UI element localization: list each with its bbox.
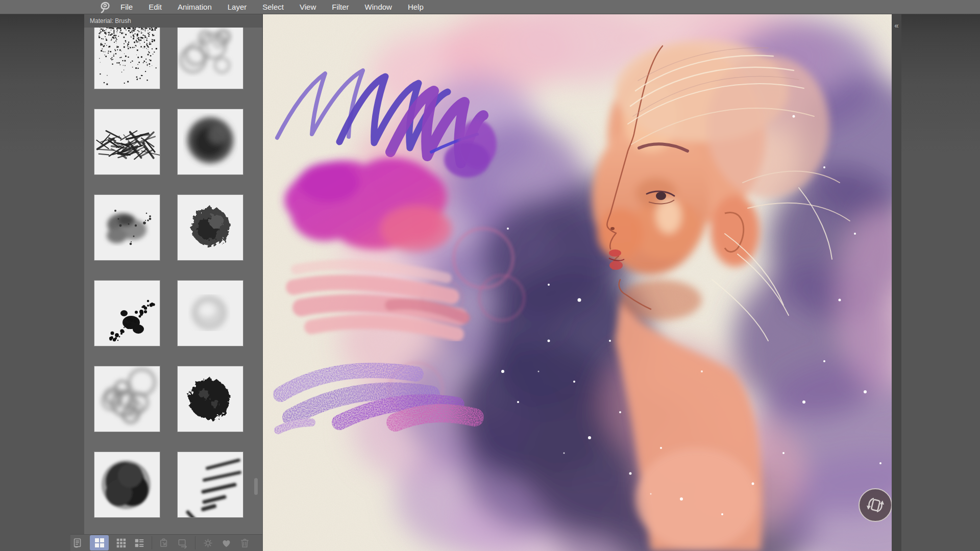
grid-large-icon[interactable]	[90, 535, 109, 550]
export-material-icon[interactable]	[177, 537, 189, 549]
menu-items: File Edit Animation Layer Select View Fi…	[120, 0, 424, 14]
menu-item-window[interactable]: Window	[365, 0, 392, 14]
rotate-canvas-button[interactable]	[859, 488, 892, 522]
panel-scrollbar-thumb[interactable]	[254, 478, 258, 495]
material-panel: Material: Brush	[84, 14, 262, 551]
menu-item-layer[interactable]: Layer	[228, 0, 247, 14]
menu-item-filter[interactable]: Filter	[332, 0, 349, 14]
toolbar-separator	[195, 536, 195, 549]
grid-small-icon[interactable]	[115, 537, 127, 549]
list-detail-icon[interactable]	[133, 537, 145, 549]
paste-material-icon[interactable]	[158, 537, 170, 549]
material-thumbnail-soft-cell-blobs[interactable]	[178, 28, 243, 89]
material-thumbnail-crosshatch-scribble[interactable]	[94, 109, 160, 174]
material-thumbnail-soft-charcoal-dab[interactable]	[178, 109, 243, 174]
rotate-device-icon	[865, 495, 886, 515]
delete-trash-icon[interactable]	[238, 537, 251, 549]
clip-studio-workspace: { "app": { "logo_icon": "clip-studio-swi…	[0, 0, 980, 551]
material-thumbnail-ink-splatter[interactable]	[94, 281, 160, 346]
menu-item-animation[interactable]: Animation	[178, 0, 212, 14]
menu-item-help[interactable]: Help	[408, 0, 424, 14]
material-thumbnail-charcoal-ball[interactable]	[94, 452, 160, 517]
material-toolbar	[70, 534, 262, 551]
material-panel-header[interactable]: Material: Brush	[84, 14, 262, 28]
palette-collapse-rail: «	[892, 14, 901, 551]
clip-studio-swirl-icon	[97, 1, 112, 14]
material-list	[84, 28, 262, 534]
material-thumbnail-speckle-gradient[interactable]	[94, 28, 160, 89]
document-list-icon[interactable]	[71, 537, 84, 549]
settings-gear-icon[interactable]	[202, 537, 214, 549]
material-thumbnail-dry-texture-dab[interactable]	[178, 195, 243, 260]
menu-bar: File Edit Animation Layer Select View Fi…	[0, 0, 980, 14]
canvas-area[interactable]	[263, 14, 892, 551]
menu-item-file[interactable]: File	[120, 0, 133, 14]
material-thumbnail-soft-wash-blob[interactable]	[178, 281, 243, 346]
material-thumbnail-diagonal-dashes[interactable]	[178, 452, 243, 517]
material-thumbnail-watercolor-blotch[interactable]	[94, 195, 160, 260]
toolbar-separator	[152, 536, 152, 549]
menu-item-edit[interactable]: Edit	[149, 0, 162, 14]
canvas-artwork	[263, 14, 892, 551]
collapse-chevrons-icon[interactable]: «	[892, 14, 901, 30]
menu-item-view[interactable]: View	[300, 0, 316, 14]
material-thumbnail-rough-black-dab[interactable]	[178, 366, 243, 432]
material-thumbnail-smoke-cells[interactable]	[94, 366, 160, 432]
menu-item-select[interactable]: Select	[262, 0, 284, 14]
favorite-heart-icon[interactable]	[220, 537, 232, 549]
